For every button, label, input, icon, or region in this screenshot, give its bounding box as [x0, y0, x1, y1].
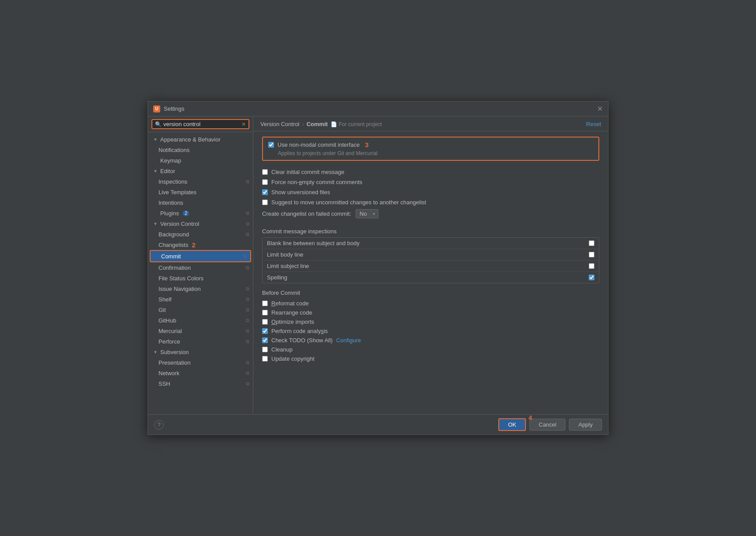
sidebar-item-shelf[interactable]: Shelf ⧉: [148, 294, 253, 304]
show-unversioned-checkbox[interactable]: [262, 189, 268, 195]
sidebar-item-intentions[interactable]: Intentions: [148, 197, 253, 208]
inspection-checkbox-3[interactable]: [589, 263, 594, 269]
sidebar-item-background[interactable]: Background ⧉: [148, 229, 253, 239]
sidebar-item-network[interactable]: Network ⧉: [148, 368, 253, 378]
clear-initial-label[interactable]: Clear initial commit message: [271, 169, 344, 175]
clear-initial-checkbox[interactable]: [262, 169, 268, 175]
inspection-label: Blank line between subject and body: [267, 240, 584, 246]
before-commit-optimize: Optimize imports: [262, 317, 599, 326]
before-commit-cleanup: Cleanup: [262, 345, 599, 354]
ok-button[interactable]: OK: [498, 418, 526, 431]
force-nonempty-row: Force non-empty commit comments: [262, 177, 599, 187]
copyright-checkbox[interactable]: [262, 356, 268, 362]
show-unversioned-label[interactable]: Show unversioned files: [271, 189, 330, 196]
optimize-label: Optimize imports: [271, 319, 314, 325]
project-icon: 📄: [331, 121, 337, 127]
sidebar-item-label: Subversion: [160, 349, 189, 355]
todo-checkbox[interactable]: [262, 337, 268, 343]
copy-icon: ⧉: [246, 360, 249, 366]
before-commit-section: Reformat code Rearrange code Optimize im…: [262, 299, 599, 363]
clear-initial-row: Clear initial commit message: [262, 167, 599, 177]
expand-icon: ▼: [153, 221, 158, 226]
cleanup-label: Cleanup: [271, 346, 292, 353]
sidebar-item-label: Version Control: [160, 221, 199, 227]
sidebar-item-label: Presentation: [158, 359, 191, 366]
inspection-row: Spelling: [263, 272, 599, 283]
help-button[interactable]: ?: [154, 420, 164, 430]
sidebar-item-label: Editor: [160, 168, 175, 174]
sidebar-item-ssh[interactable]: SSH ⧉: [148, 378, 253, 389]
copyright-label: Update copyright: [271, 355, 314, 362]
clear-search-button[interactable]: ✕: [241, 121, 246, 127]
rearrange-checkbox[interactable]: [262, 310, 268, 315]
cancel-button[interactable]: Cancel: [529, 419, 565, 431]
for-project: 📄 For current project: [331, 121, 382, 127]
sidebar-item-editor[interactable]: ▼ Editor: [148, 166, 253, 176]
before-commit-analysis: Perform code analysis: [262, 326, 599, 336]
sidebar-item-inspections[interactable]: Inspections ⧉: [148, 176, 253, 187]
sidebar-item-label: Keymap: [160, 157, 181, 164]
before-commit-reformat: Reformat code: [262, 299, 599, 308]
non-modal-label[interactable]: Use non-modal commit interface: [277, 141, 360, 148]
reset-button[interactable]: Reset: [586, 121, 601, 127]
breadcrumb-separator: ›: [302, 121, 304, 127]
right-panel: Version Control › Commit 📄 For current p…: [253, 116, 608, 414]
copy-icon: ⧉: [246, 307, 249, 313]
sidebar-item-presentation[interactable]: Presentation ⧉: [148, 357, 253, 368]
inspections-section-label: Commit message inspections: [262, 228, 599, 235]
inspection-checkbox-1[interactable]: [589, 240, 594, 246]
analysis-checkbox[interactable]: [262, 328, 268, 334]
sidebar-item-live-templates[interactable]: Live Templates: [148, 187, 253, 197]
close-button[interactable]: ✕: [597, 105, 603, 112]
non-modal-row: Use non-modal commit interface 3: [268, 141, 593, 148]
copy-icon: ⧉: [246, 370, 249, 376]
reformat-checkbox[interactable]: [262, 301, 268, 306]
before-commit-label: Before Commit: [262, 290, 599, 296]
reformat-label: Reformat code: [271, 300, 309, 307]
sidebar-item-notifications[interactable]: Notifications: [148, 145, 253, 155]
create-changelist-select-wrap: No Yes Ask: [356, 209, 378, 218]
breadcrumb-part1: Version Control: [260, 121, 299, 127]
sidebar-item-label: Background: [158, 231, 189, 238]
non-modal-checkbox[interactable]: [268, 142, 274, 148]
button-group: OK 4 Cancel Apply: [498, 418, 602, 431]
create-changelist-select[interactable]: No Yes Ask: [356, 209, 378, 218]
optimize-checkbox[interactable]: [262, 319, 268, 325]
sidebar-item-confirmation[interactable]: Confirmation ⧉: [148, 262, 253, 273]
inspection-label: Limit body line: [267, 251, 584, 258]
copy-icon: ⧉: [246, 265, 249, 271]
expand-icon: ▼: [153, 169, 158, 174]
app-icon: U: [153, 105, 160, 112]
force-nonempty-checkbox[interactable]: [262, 179, 268, 185]
non-modal-box: Use non-modal commit interface 3 Applies…: [262, 137, 599, 161]
expand-icon: ▼: [153, 137, 158, 142]
sidebar-item-plugins[interactable]: Plugins 2 ⧉: [148, 208, 253, 218]
annotation-3: 3: [365, 141, 368, 148]
sidebar-item-commit[interactable]: Commit ⧉: [151, 251, 250, 261]
sidebar-item-appearance[interactable]: ▼ Appearance & Behavior: [148, 134, 253, 145]
inspection-checkbox-4[interactable]: [589, 275, 594, 280]
sidebar-item-subversion[interactable]: ▼ Subversion: [148, 347, 253, 357]
sidebar-item-issue-navigation[interactable]: Issue Navigation ⧉: [148, 283, 253, 294]
suggest-move-label[interactable]: Suggest to move uncommitted changes to a…: [271, 199, 426, 206]
annotation-2: 2: [192, 241, 195, 249]
inspection-label: Limit subject line: [267, 263, 584, 269]
sidebar-item-github[interactable]: GitHub ⧉: [148, 315, 253, 326]
cleanup-checkbox[interactable]: [262, 347, 268, 352]
rearrange-label: Rearrange code: [271, 309, 312, 316]
configure-link[interactable]: Configure: [336, 337, 361, 344]
sidebar-item-perforce[interactable]: Perforce ⧉: [148, 336, 253, 347]
sidebar-item-version-control[interactable]: ▼ Version Control ⧉: [148, 218, 253, 229]
suggest-move-checkbox[interactable]: [262, 199, 268, 205]
dialog-title: Settings: [164, 105, 184, 112]
sidebar-item-label: Git: [158, 307, 166, 313]
sidebar-item-git[interactable]: Git ⧉: [148, 304, 253, 315]
copy-icon: ⧉: [246, 232, 249, 237]
sidebar-item-changelists[interactable]: Changelists 2: [148, 239, 253, 250]
apply-button[interactable]: Apply: [569, 419, 602, 431]
inspection-checkbox-2[interactable]: [589, 252, 594, 257]
search-input[interactable]: [163, 121, 240, 127]
sidebar-item-file-status-colors[interactable]: File Status Colors: [148, 273, 253, 283]
sidebar-item-mercurial[interactable]: Mercurial ⧉: [148, 326, 253, 336]
sidebar-item-keymap[interactable]: Keymap: [148, 155, 253, 166]
